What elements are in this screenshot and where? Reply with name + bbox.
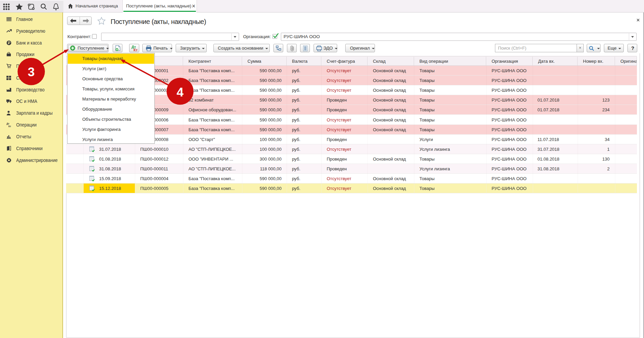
svg-text:Кт: Кт [8,125,11,128]
